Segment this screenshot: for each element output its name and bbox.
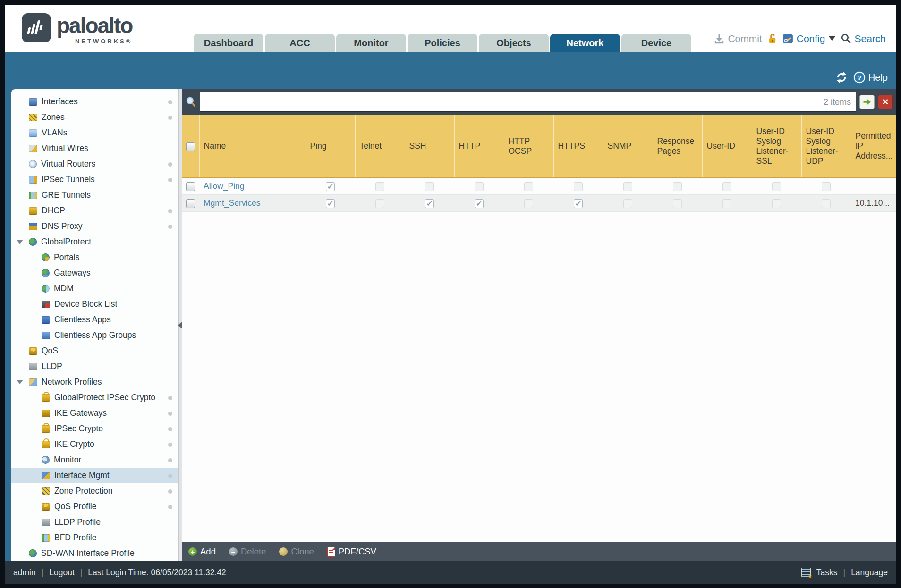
- select-all-checkbox[interactable]: [186, 142, 195, 151]
- ping-checkbox[interactable]: ✓: [326, 182, 335, 191]
- pdf-csv-button[interactable]: PDF/CSV: [327, 546, 376, 557]
- sidebar-item-virtual-wires[interactable]: Virtual Wires: [11, 141, 178, 156]
- sidebar-item-ike-crypto[interactable]: IKE Crypto: [11, 437, 178, 452]
- tab-device[interactable]: Device: [621, 34, 691, 52]
- sidebar-item-qos-profile[interactable]: QoS Profile: [11, 499, 178, 514]
- http-ocsp-checkbox[interactable]: [524, 182, 533, 191]
- search-button[interactable]: Search: [841, 33, 886, 44]
- help-button[interactable]: ? Help: [853, 71, 888, 84]
- sidebar-item-bfd-profile[interactable]: BFD Profile: [11, 530, 178, 546]
- user-id-syslog-listener-udp-checkbox[interactable]: [822, 182, 831, 191]
- row-select-checkbox[interactable]: [186, 182, 195, 191]
- sidebar-item-lldp-profile[interactable]: LLDP Profile: [11, 514, 178, 530]
- sidebar-item-ike-gateways[interactable]: IKE Gateways: [11, 405, 178, 421]
- tab-network[interactable]: Network: [550, 34, 620, 52]
- telnet-checkbox[interactable]: [375, 182, 384, 191]
- ssh-checkbox[interactable]: [425, 182, 434, 191]
- tab-policies[interactable]: Policies: [408, 34, 477, 52]
- column-header-permitted-ip[interactable]: Permitted IP Address...: [851, 115, 896, 178]
- column-header-response-pages[interactable]: Response Pages: [653, 115, 702, 178]
- http-ocsp-checkbox[interactable]: [524, 199, 533, 208]
- column-header-user-id-syslog-listener-ssl[interactable]: User-ID Syslog Listener-SSL: [752, 115, 801, 178]
- sidebar-item-clientless-apps[interactable]: Clientless Apps: [11, 312, 178, 328]
- sidebar-item-globalprotect[interactable]: GlobalProtect: [11, 234, 178, 250]
- cell-name: Mgmt_Services: [199, 195, 306, 212]
- column-header-http[interactable]: HTTP: [454, 115, 504, 178]
- response-pages-checkbox[interactable]: [673, 182, 682, 191]
- filter-search-icon[interactable]: [185, 96, 196, 108]
- profile-name-link[interactable]: Allow_Ping: [204, 181, 245, 191]
- expand-caret-icon[interactable]: [17, 240, 23, 244]
- https-checkbox[interactable]: [574, 182, 583, 191]
- tab-monitor[interactable]: Monitor: [336, 34, 406, 52]
- column-header-name[interactable]: Name: [199, 115, 306, 178]
- tab-objects[interactable]: Objects: [479, 34, 549, 52]
- language-link[interactable]: Language: [851, 568, 888, 578]
- sidebar-item-monitor[interactable]: Monitor: [11, 452, 178, 468]
- sidebar-item-zones[interactable]: Zones: [11, 109, 178, 125]
- sidebar-item-interfaces[interactable]: Interfaces: [11, 94, 178, 109]
- column-header-https[interactable]: HTTPS: [553, 115, 603, 178]
- user-id-syslog-listener-ssl-checkbox[interactable]: [772, 182, 781, 191]
- sidebar-item-ipsec-crypto[interactable]: IPSec Crypto: [11, 421, 178, 437]
- profile-name-link[interactable]: Mgmt_Services: [204, 198, 261, 208]
- user-id-syslog-listener-udp-checkbox[interactable]: [822, 199, 831, 208]
- telnet-checkbox[interactable]: [375, 199, 384, 208]
- sidebar-item-lldp[interactable]: LLDP: [11, 359, 178, 374]
- sidebar-item-gre-tunnels[interactable]: GRE Tunnels: [11, 187, 178, 203]
- sidebar-item-globalprotect-ipsec-crypto[interactable]: GlobalProtect IPSec Crypto: [11, 390, 178, 405]
- user-id-syslog-listener-ssl-checkbox[interactable]: [772, 199, 781, 208]
- clear-filter-button[interactable]: ×: [878, 95, 893, 109]
- sidebar-item-sd-wan-interface-profile[interactable]: SD-WAN Interface Profile: [11, 546, 178, 561]
- refresh-icon[interactable]: [835, 71, 848, 84]
- sidebar-item-interface-mgmt[interactable]: Interface Mgmt: [11, 468, 178, 483]
- column-header-ssh[interactable]: SSH: [405, 115, 454, 178]
- sidebar-item-device-block-list[interactable]: Device Block List: [11, 296, 178, 312]
- expand-caret-icon[interactable]: [17, 380, 23, 384]
- tab-acc[interactable]: ACC: [265, 34, 335, 52]
- logout-link[interactable]: Logout: [49, 568, 75, 578]
- response-pages-checkbox[interactable]: [673, 199, 682, 208]
- snmp-checkbox[interactable]: [623, 182, 632, 191]
- sidebar-splitter[interactable]: [178, 89, 182, 561]
- sidebar-item-gateways[interactable]: Gateways: [11, 265, 178, 281]
- sidebar-item-label: BFD Profile: [54, 533, 96, 543]
- filter-input[interactable]: [205, 97, 824, 108]
- sidebar-item-ipsec-tunnels[interactable]: IPSec Tunnels: [11, 172, 178, 187]
- sidebar-item-network-profiles[interactable]: Network Profiles: [11, 374, 178, 390]
- column-header-http-ocsp[interactable]: HTTP OCSP: [504, 115, 553, 178]
- apply-filter-button[interactable]: [859, 95, 875, 109]
- ping-checkbox[interactable]: ✓: [326, 199, 335, 208]
- config-button[interactable]: Config: [782, 33, 837, 44]
- sidebar-item-qos[interactable]: QoS: [11, 343, 178, 359]
- sidebar-item-zone-protection[interactable]: Zone Protection: [11, 483, 178, 499]
- tasks-icon[interactable]: [801, 568, 811, 577]
- column-header-user-id[interactable]: User-ID: [702, 115, 752, 178]
- https-checkbox[interactable]: ✓: [574, 199, 583, 208]
- sidebar-item-portals[interactable]: Portals: [11, 250, 178, 265]
- sidebar-item-dns-proxy[interactable]: DNS Proxy: [11, 218, 178, 234]
- user-id-checkbox[interactable]: [722, 182, 731, 191]
- tasks-link[interactable]: Tasks: [816, 568, 838, 578]
- column-header-snmp[interactable]: SNMP: [603, 115, 653, 178]
- http-checkbox[interactable]: ✓: [475, 199, 484, 208]
- sidebar-item-vlans[interactable]: VLANs: [11, 125, 178, 141]
- column-header-user-id-syslog-listener-udp[interactable]: User-ID Syslog Listener-UDP: [801, 115, 851, 178]
- user-id-checkbox[interactable]: [722, 199, 731, 208]
- sidebar-item-mdm[interactable]: MDM: [11, 281, 178, 296]
- sidebar-item-clientless-app-groups[interactable]: Clientless App Groups: [11, 328, 178, 343]
- tab-dashboard[interactable]: Dashboard: [194, 34, 264, 52]
- add-button[interactable]: +Add: [188, 546, 216, 557]
- commit-button[interactable]: Commit: [714, 33, 762, 44]
- column-header-ping[interactable]: Ping: [306, 115, 355, 178]
- unlocked-padlock-icon[interactable]: [766, 33, 778, 44]
- sidebar-item-virtual-routers[interactable]: Virtual Routers: [11, 156, 178, 172]
- sidebar-item-dhcp[interactable]: DHCP: [11, 203, 178, 218]
- snmp-checkbox[interactable]: [623, 199, 632, 208]
- column-header-telnet[interactable]: Telnet: [355, 115, 405, 178]
- ssh-checkbox[interactable]: ✓: [425, 199, 434, 208]
- collapse-sidebar-icon[interactable]: [178, 322, 182, 328]
- filter-input-field[interactable]: 2 items: [200, 92, 856, 112]
- http-checkbox[interactable]: [475, 182, 484, 191]
- row-select-checkbox[interactable]: [186, 199, 195, 208]
